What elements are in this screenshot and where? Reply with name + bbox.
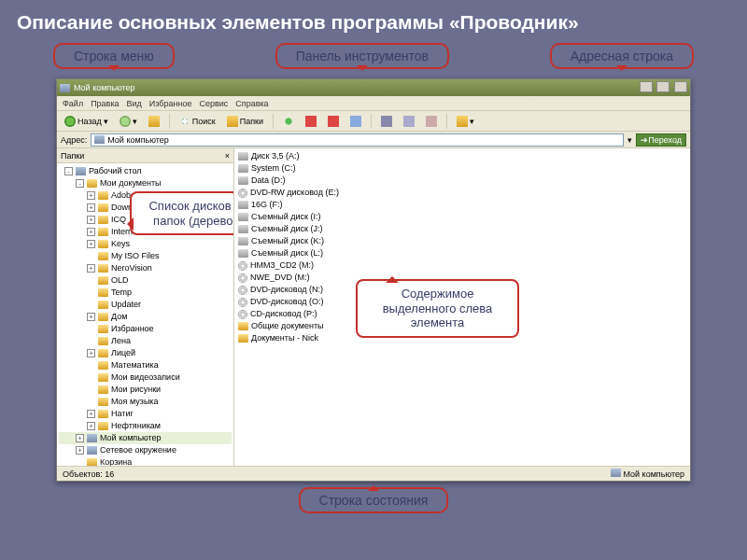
expand-toggle[interactable] (87, 373, 95, 382)
tree-item-label: Нефтяникам (111, 420, 161, 432)
expand-toggle[interactable] (87, 276, 95, 285)
tree-item-label: Избранное (111, 323, 154, 335)
content-pane[interactable]: Содержимое выделенного слева элемента Ди… (234, 148, 690, 466)
expand-toggle[interactable] (87, 361, 95, 370)
expand-toggle[interactable]: - (76, 179, 84, 188)
copy-button[interactable] (400, 114, 418, 129)
folder-icon (98, 191, 108, 200)
expand-toggle[interactable] (87, 288, 95, 297)
separator (446, 114, 447, 129)
tree-item-label: Temp (111, 287, 132, 299)
tree-item[interactable]: +Сетевое окружение (59, 444, 232, 456)
tree-item[interactable]: Лена (59, 335, 232, 347)
expand-toggle[interactable] (87, 337, 95, 345)
chevron-down-icon[interactable]: ▾ (627, 135, 632, 145)
address-input[interactable]: Мой компьютер (91, 133, 624, 147)
expand-toggle[interactable]: + (87, 240, 95, 248)
menu-item[interactable]: Избранное (149, 99, 192, 108)
tree-item[interactable]: Updater (59, 299, 232, 311)
sync-button[interactable] (279, 114, 298, 129)
search-button[interactable]: Поиск (176, 114, 219, 129)
titlebar[interactable]: Мой компьютер (57, 79, 690, 96)
tree-pane: Папки × Список дисков и папок (дерево) -… (57, 148, 234, 466)
tree-item[interactable]: Temp (59, 287, 232, 299)
views-button[interactable]: ▾ (453, 114, 478, 129)
content-item[interactable]: System (C:) (238, 162, 686, 175)
expand-toggle[interactable] (87, 325, 95, 333)
content-item[interactable]: Съемный диск (I:) (238, 211, 686, 223)
content-item[interactable]: Data (D:) (238, 175, 686, 187)
tree-item[interactable]: +Лицей (59, 347, 232, 359)
expand-toggle[interactable]: + (87, 422, 95, 430)
undo-button[interactable] (346, 114, 365, 129)
tree-item[interactable]: Мои видеозаписи (59, 371, 232, 384)
expand-toggle[interactable]: - (64, 167, 73, 175)
search-icon (179, 116, 190, 127)
minimize-button[interactable] (640, 81, 653, 92)
delete-button[interactable] (324, 114, 343, 129)
expand-toggle[interactable]: + (87, 349, 95, 357)
content-item[interactable]: Съемный диск (L:) (238, 247, 686, 259)
tree-item[interactable]: Корзина (59, 456, 232, 466)
tree-item[interactable]: +Дом (59, 311, 232, 323)
tree-item[interactable]: Мои рисунки (59, 384, 232, 396)
callout-toolbar: Панель инструментов (275, 43, 449, 69)
tree-item[interactable]: Избранное (59, 323, 232, 335)
folder-icon (98, 385, 108, 394)
content-item[interactable]: Съемный диск (J:) (238, 223, 686, 235)
expand-toggle[interactable]: + (87, 313, 95, 321)
tree-item[interactable]: Моя музыка (59, 396, 232, 408)
tree-item[interactable]: +NeroVision (59, 262, 232, 274)
content-item[interactable]: Съемный диск (K:) (238, 235, 686, 247)
stop-button[interactable] (302, 114, 320, 129)
expand-toggle[interactable]: + (87, 191, 95, 200)
drive-icon (238, 176, 248, 185)
expand-toggle[interactable] (87, 385, 95, 394)
folder-tree[interactable]: Список дисков и папок (дерево) -Рабочий … (57, 163, 233, 466)
expand-toggle[interactable]: + (76, 434, 84, 442)
close-button[interactable] (674, 81, 687, 92)
close-pane-icon[interactable]: × (225, 151, 230, 161)
tree-item[interactable]: OLD (59, 274, 232, 287)
cut-button[interactable] (377, 114, 396, 129)
menu-item[interactable]: Справка (235, 99, 268, 108)
menu-item[interactable]: Вид (127, 99, 142, 108)
tree-item[interactable]: My ISO Files (59, 250, 232, 262)
content-item-label: Съемный диск (J:) (251, 223, 323, 235)
go-button[interactable]: ➔ Переход (636, 133, 686, 147)
back-button[interactable]: Назад ▾ (61, 114, 112, 129)
expand-toggle[interactable] (76, 458, 84, 466)
forward-button[interactable]: ▾ (116, 114, 141, 129)
expand-toggle[interactable] (87, 398, 95, 406)
tree-header-label: Папки (61, 151, 84, 161)
computer-icon (94, 135, 105, 144)
menu-item[interactable]: Файл (63, 99, 83, 108)
expand-toggle[interactable]: + (87, 203, 95, 212)
maximize-button[interactable] (656, 81, 669, 92)
expand-toggle[interactable]: + (87, 228, 95, 236)
comp-icon (87, 446, 97, 455)
tree-item[interactable]: Математика (59, 359, 232, 371)
tree-item[interactable]: +Натиг (59, 408, 232, 420)
expand-toggle[interactable] (87, 252, 95, 260)
expand-toggle[interactable] (87, 301, 95, 309)
up-button[interactable] (145, 114, 163, 129)
paste-button[interactable] (422, 114, 441, 129)
expand-toggle[interactable]: + (87, 264, 95, 273)
expand-toggle[interactable]: + (76, 446, 84, 455)
menu-item[interactable]: Правка (91, 99, 119, 108)
expand-toggle[interactable]: + (87, 216, 95, 224)
tree-item[interactable]: +Мой компьютер (59, 432, 232, 444)
content-item[interactable]: 16G (F:) (238, 199, 686, 211)
tree-item-label: Моя музыка (111, 396, 159, 408)
expand-toggle[interactable]: + (87, 410, 95, 418)
tree-item[interactable]: +Keys (59, 238, 232, 250)
content-item[interactable]: Диск 3,5 (A:) (238, 150, 686, 162)
content-item[interactable]: HMM3_CD2 (M:) (238, 259, 686, 272)
folders-button[interactable]: Папки (223, 114, 267, 129)
tree-item[interactable]: +Нефтяникам (59, 420, 232, 432)
tree-item[interactable]: -Мои документы (59, 177, 232, 189)
menu-item[interactable]: Сервис (199, 99, 228, 108)
tree-item[interactable]: -Рабочий стол (59, 165, 232, 177)
content-item[interactable]: DVD-RW дисковод (E:) (238, 187, 686, 199)
